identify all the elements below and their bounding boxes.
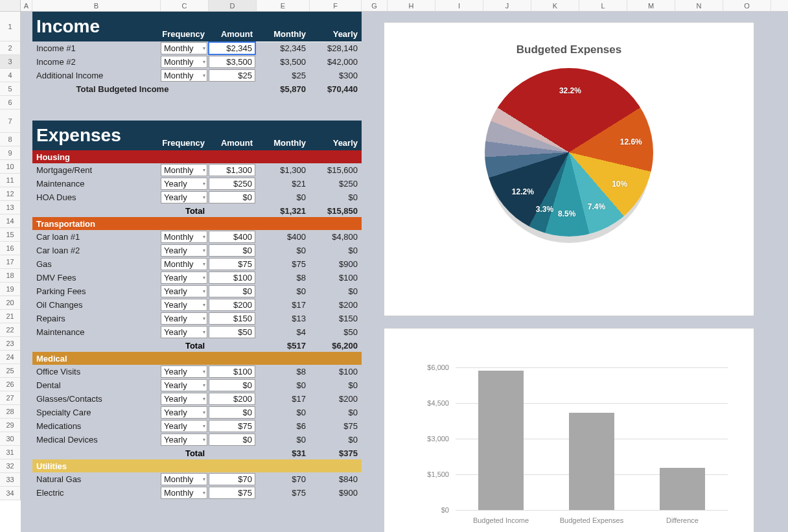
column-header[interactable]: D [209, 0, 257, 11]
row-header[interactable]: 22 [0, 323, 21, 337]
row-header[interactable]: 8 [0, 133, 21, 146]
row-header[interactable]: 31 [0, 446, 21, 459]
amount-input[interactable]: $250 [209, 178, 255, 190]
amount-input[interactable]: $0 [209, 434, 255, 446]
expenses-header-monthly: Monthly [257, 121, 310, 150]
row-header[interactable]: 14 [0, 214, 21, 228]
amount-input[interactable]: $0 [209, 244, 255, 257]
row-header[interactable]: 30 [0, 432, 21, 446]
row-header[interactable]: 17 [0, 255, 21, 269]
frequency-dropdown[interactable]: Monthly▾ [161, 69, 207, 82]
row-header[interactable]: 13 [0, 201, 21, 214]
amount-input[interactable]: $1,300 [209, 164, 255, 176]
frequency-dropdown[interactable]: Yearly▾ [161, 406, 207, 419]
frequency-dropdown[interactable]: Monthly▾ [161, 56, 207, 68]
amount-input[interactable]: $200 [209, 299, 255, 311]
row-header[interactable]: 33 [0, 473, 21, 487]
amount-input[interactable]: $100 [209, 365, 255, 378]
row-header[interactable]: 25 [0, 364, 21, 378]
frequency-dropdown[interactable]: Yearly▾ [161, 365, 207, 378]
frequency-dropdown[interactable]: Yearly▾ [161, 312, 207, 325]
frequency-dropdown[interactable]: Monthly▾ [161, 258, 207, 270]
column-header[interactable]: C [161, 0, 209, 11]
frequency-dropdown[interactable]: Yearly▾ [161, 393, 207, 405]
select-all-corner[interactable] [0, 0, 21, 12]
amount-input[interactable]: $0 [209, 406, 255, 419]
frequency-dropdown[interactable]: Yearly▾ [161, 434, 207, 446]
amount-input[interactable]: $0 [209, 191, 255, 203]
frequency-dropdown[interactable]: Yearly▾ [161, 420, 207, 432]
column-header[interactable]: G [362, 0, 388, 11]
column-header[interactable]: A [21, 0, 32, 11]
row-header[interactable]: 32 [0, 459, 21, 473]
row-header[interactable]: 3 [0, 55, 21, 69]
amount-input[interactable]: $75 [209, 487, 255, 499]
frequency-dropdown[interactable]: Yearly▾ [161, 178, 207, 190]
column-header[interactable]: L [579, 0, 627, 11]
row-header[interactable]: 15 [0, 228, 21, 242]
frequency-dropdown[interactable]: Monthly▾ [161, 487, 207, 499]
frequency-dropdown[interactable]: Monthly▾ [161, 164, 207, 176]
row-header[interactable]: 9 [0, 146, 21, 160]
amount-input[interactable]: $400 [209, 231, 255, 243]
amount-input[interactable]: $100 [209, 272, 255, 284]
row-header[interactable]: 5 [0, 82, 21, 96]
row-header[interactable]: 28 [0, 405, 21, 419]
column-header[interactable]: O [723, 0, 771, 11]
row-header[interactable]: 16 [0, 242, 21, 255]
amount-input[interactable]: $200 [209, 393, 255, 405]
row-header[interactable]: 1 [0, 12, 21, 41]
row-header[interactable]: 34 [0, 487, 21, 500]
frequency-dropdown[interactable]: Yearly▾ [161, 299, 207, 311]
row-header[interactable]: 27 [0, 391, 21, 405]
frequency-dropdown[interactable]: Yearly▾ [161, 272, 207, 284]
amount-input[interactable]: $50 [209, 326, 255, 338]
section-total-monthly: $517 [257, 339, 310, 352]
frequency-dropdown[interactable]: Yearly▾ [161, 244, 207, 257]
amount-input[interactable]: $75 [209, 420, 255, 432]
frequency-dropdown[interactable]: Monthly▾ [161, 473, 207, 485]
column-header[interactable]: M [627, 0, 675, 11]
row-header[interactable]: 11 [0, 174, 21, 187]
amount-input[interactable]: $0 [209, 379, 255, 391]
row-header[interactable]: 2 [0, 41, 21, 55]
amount-input[interactable]: $25 [209, 69, 255, 82]
column-header[interactable]: B [32, 0, 161, 11]
row-label: Natural Gas [32, 472, 161, 486]
row-header[interactable]: 7 [0, 110, 21, 133]
column-header[interactable]: K [531, 0, 579, 11]
yearly-value: $250 [310, 177, 362, 191]
row-header[interactable]: 20 [0, 296, 21, 310]
column-header[interactable]: N [675, 0, 723, 11]
column-header[interactable]: P [771, 0, 788, 11]
amount-input[interactable]: $75 [209, 258, 255, 270]
amount-input[interactable]: $70 [209, 473, 255, 485]
row-header[interactable]: 12 [0, 187, 21, 201]
row-header[interactable]: 24 [0, 351, 21, 364]
column-header[interactable]: E [257, 0, 310, 11]
column-header[interactable]: F [310, 0, 362, 11]
row-header[interactable]: 10 [0, 160, 21, 174]
column-header[interactable]: J [483, 0, 531, 11]
row-header[interactable]: 6 [0, 96, 21, 110]
column-header[interactable]: H [388, 0, 435, 11]
row-header[interactable]: 4 [0, 69, 21, 82]
row-header[interactable]: 23 [0, 337, 21, 351]
amount-input[interactable]: $3,500 [209, 56, 255, 68]
frequency-dropdown[interactable]: Yearly▾ [161, 285, 207, 297]
frequency-dropdown[interactable]: Yearly▾ [161, 191, 207, 203]
amount-input[interactable]: $2,345 [209, 42, 255, 54]
row-header[interactable]: 29 [0, 419, 21, 432]
row-header[interactable]: 18 [0, 269, 21, 283]
amount-input[interactable]: $150 [209, 312, 255, 325]
frequency-dropdown[interactable]: Monthly▾ [161, 231, 207, 243]
row-header[interactable]: 21 [0, 310, 21, 323]
frequency-dropdown[interactable]: Yearly▾ [161, 379, 207, 391]
row-header[interactable]: 19 [0, 283, 21, 296]
sheet-grid[interactable]: Income Frequency Amount Monthly Yearly I… [21, 12, 788, 532]
column-header[interactable]: I [435, 0, 483, 11]
row-header[interactable]: 26 [0, 378, 21, 391]
frequency-dropdown[interactable]: Monthly▾ [161, 42, 207, 54]
frequency-dropdown[interactable]: Yearly▾ [161, 326, 207, 338]
amount-input[interactable]: $0 [209, 285, 255, 297]
